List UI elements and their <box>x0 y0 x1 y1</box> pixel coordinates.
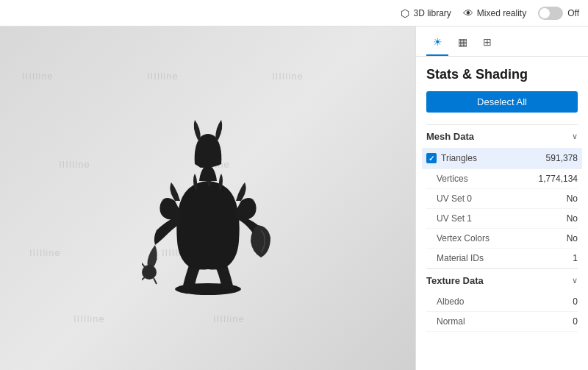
deselect-all-button[interactable]: Deselect All <box>426 91 578 113</box>
uvset1-label: UV Set 1 <box>437 213 472 224</box>
watermark-6: IIIIline <box>29 247 61 258</box>
vertices-label: Vertices <box>437 174 468 184</box>
toggle-container: Off <box>538 7 579 20</box>
uvset1-value: No <box>567 213 578 224</box>
mesh-data-section-header[interactable]: Mesh Data ∨ <box>426 124 578 148</box>
watermark-2: IIIIline <box>147 71 179 82</box>
normal-value: 0 <box>573 316 578 327</box>
triangles-checkbox[interactable] <box>426 153 437 163</box>
texture-data-title: Texture Data <box>426 275 484 286</box>
material-ids-label: Material IDs <box>437 253 484 263</box>
vertices-row: Vertices 1,774,134 <box>426 169 578 189</box>
vertex-colors-label: Vertex Colors <box>437 233 490 243</box>
tab-sun[interactable]: ☀ <box>426 34 448 56</box>
watermark-9: IIIIline <box>213 313 245 324</box>
triangles-row: Triangles 591,378 <box>422 148 582 169</box>
watermark-4: IIIIline <box>59 159 90 170</box>
viewport[interactable]: IIIIline IIIIline IIIIline IIIIline IIII… <box>0 26 415 370</box>
triangles-label-group: Triangles <box>426 153 477 163</box>
uvset1-row: UV Set 1 No <box>426 209 578 229</box>
panel-tabs: ☀ ▦ ⊞ <box>416 26 588 57</box>
triangles-label: Triangles <box>441 153 477 163</box>
right-panel: ☀ ▦ ⊞ Stats & Shading Deselect All Mesh … <box>415 26 588 370</box>
3d-library-button[interactable]: ⬡ 3D library <box>401 7 451 19</box>
uvset0-label: UV Set 0 <box>437 193 472 204</box>
topbar: ⬡ 3D library 👁 Mixed reality Off <box>0 0 588 26</box>
material-ids-row: Material IDs 1 <box>426 249 578 268</box>
texture-data-chevron: ∨ <box>572 276 578 285</box>
normal-row: Normal 0 <box>426 312 578 332</box>
normal-label: Normal <box>437 316 465 327</box>
triangles-value: 591,378 <box>546 153 578 163</box>
watermark-8: IIIIline <box>74 313 105 324</box>
mixed-reality-label: Mixed reality <box>477 8 526 18</box>
main-area: IIIIline IIIIline IIIIline IIIIline IIII… <box>0 26 588 370</box>
mesh-data-title: Mesh Data <box>426 131 474 142</box>
cube-icon: ⬡ <box>401 7 409 19</box>
3d-model <box>142 94 274 303</box>
vertices-value: 1,774,134 <box>539 174 578 184</box>
texture-data-section-header[interactable]: Texture Data ∨ <box>426 268 578 292</box>
mixed-reality-button[interactable]: 👁 Mixed reality <box>463 7 526 19</box>
panel-title: Stats & Shading <box>426 67 578 82</box>
uvset0-row: UV Set 0 No <box>426 189 578 209</box>
material-ids-value: 1 <box>573 253 578 263</box>
tab-grid[interactable]: ▦ <box>451 34 473 56</box>
toggle-switch[interactable] <box>538 7 563 20</box>
mesh-data-chevron: ∨ <box>572 132 578 141</box>
vertex-colors-row: Vertex Colors No <box>426 229 578 249</box>
uvset0-value: No <box>567 193 578 204</box>
albedo-label: Albedo <box>437 296 464 307</box>
watermark-3: IIIIline <box>272 71 304 82</box>
toggle-label: Off <box>567 8 579 18</box>
albedo-row: Albedo 0 <box>426 292 578 312</box>
albedo-value: 0 <box>573 296 578 307</box>
tab-tiles[interactable]: ⊞ <box>476 34 498 56</box>
watermark-1: IIIIline <box>22 71 54 82</box>
panel-content: Stats & Shading Deselect All Mesh Data ∨… <box>416 57 588 370</box>
mixed-reality-icon: 👁 <box>463 7 473 19</box>
3d-library-label: 3D library <box>413 8 451 18</box>
vertex-colors-value: No <box>567 233 578 243</box>
